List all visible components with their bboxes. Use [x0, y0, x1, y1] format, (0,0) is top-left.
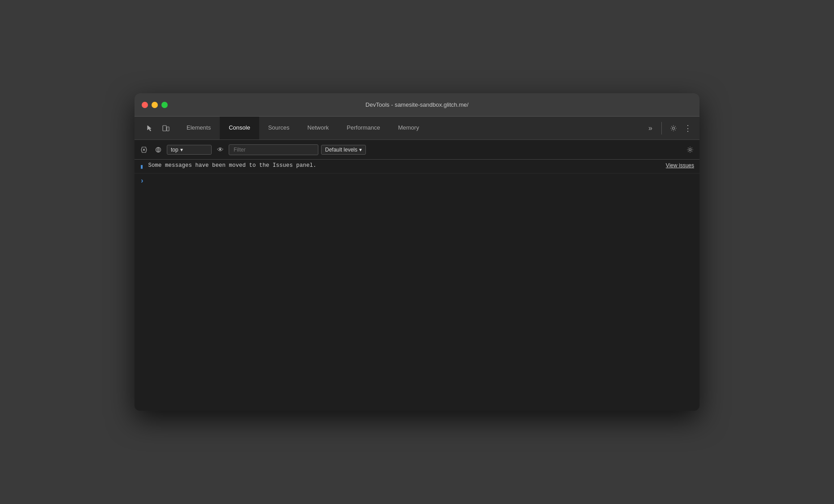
tab-bar: Elements Console Sources Network Perform… [135, 117, 699, 140]
traffic-lights [142, 102, 168, 108]
more-tabs-button[interactable]: » [645, 122, 656, 134]
tab-console[interactable]: Console [220, 117, 259, 139]
message-text: Some messages have been moved to the Iss… [148, 162, 661, 169]
tab-sources[interactable]: Sources [259, 117, 299, 139]
divider [661, 122, 662, 135]
console-settings-icon[interactable] [684, 144, 696, 156]
view-issues-link[interactable]: View issues [666, 162, 694, 169]
devtools-icons [138, 117, 178, 139]
cursor-icon [146, 125, 153, 132]
console-area: ▮ Some messages have been moved to the I… [135, 160, 699, 411]
console-message-row: ▮ Some messages have been moved to the I… [135, 160, 699, 174]
maximize-button[interactable] [161, 102, 168, 108]
device-toolbar-icon[interactable] [160, 122, 172, 135]
message-info-icon: ▮ [140, 163, 143, 170]
console-toolbar: top ▾ 👁 Default levels ▾ [135, 140, 699, 160]
tab-elements[interactable]: Elements [178, 117, 220, 139]
customize-icon[interactable]: ⋮ [682, 122, 694, 135]
title-bar: DevTools - samesite-sandbox.glitch.me/ [135, 93, 699, 117]
tab-network[interactable]: Network [299, 117, 338, 139]
clear-console-button[interactable] [138, 144, 150, 156]
window-title: DevTools - samesite-sandbox.glitch.me/ [365, 101, 469, 108]
svg-point-9 [689, 148, 691, 151]
filter-toggle-button[interactable] [152, 144, 164, 156]
svg-rect-0 [163, 126, 166, 131]
minimize-button[interactable] [152, 102, 158, 108]
filter-input[interactable] [229, 144, 318, 155]
context-selector[interactable]: top ▾ [167, 145, 212, 155]
tab-performance[interactable]: Performance [338, 117, 389, 139]
tab-bar-right: » ⋮ [645, 117, 699, 139]
console-prompt[interactable]: › [135, 174, 699, 189]
devtools-window: DevTools - samesite-sandbox.glitch.me/ E… [135, 93, 699, 411]
eye-icon[interactable]: 👁 [214, 144, 226, 156]
svg-rect-1 [167, 127, 169, 131]
log-levels-button[interactable]: Default levels ▾ [321, 145, 366, 155]
svg-point-2 [673, 127, 675, 129]
tab-memory[interactable]: Memory [389, 117, 428, 139]
settings-icon[interactable] [667, 122, 680, 135]
close-button[interactable] [142, 102, 148, 108]
device-icon [162, 125, 169, 132]
inspect-element-icon[interactable] [143, 122, 156, 135]
prompt-caret-icon: › [140, 177, 144, 185]
